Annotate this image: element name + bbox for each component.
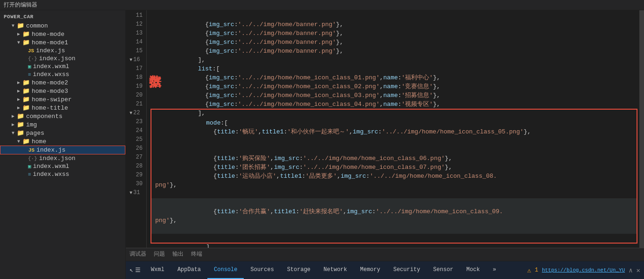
collapse-btn[interactable]: ∧ — [629, 266, 632, 274]
expand-arrow: ▼ — [15, 139, 22, 144]
sidebar-item-mode1-indexwxss[interactable]: ≡ index.wxss — [0, 70, 125, 78]
item-label: home-mode1 — [32, 39, 68, 46]
devtools-btn-security[interactable]: Security — [387, 261, 427, 279]
sidebar-item-home-mode[interactable]: ▶ 📁 home-mode — [0, 30, 125, 38]
devtools-more[interactable]: » — [486, 261, 503, 279]
devtools-bar: ↖ ☰ Wxml AppData Console Sources Storage… — [126, 261, 644, 279]
tab-output[interactable]: 输出 — [172, 248, 184, 261]
item-label: index.js — [36, 146, 65, 153]
expand-arrow: ▼ — [9, 23, 17, 28]
item-label: home-mode — [32, 31, 64, 38]
expand-arrow: ▶ — [15, 80, 22, 85]
json-icon: {·} — [28, 156, 37, 161]
warning-count: 1 — [535, 267, 538, 273]
expand-arrow: ▼ — [15, 40, 22, 45]
sidebar: POWER_CAR ▼ 📁 common ▶ 📁 home-mode ▼ 📁 h… — [0, 10, 126, 279]
tab-terminal[interactable]: 终端 — [191, 248, 202, 261]
folder-icon: 📁 — [17, 129, 24, 137]
devtools-btn-console[interactable]: Console — [207, 261, 244, 279]
sidebar-item-home-indexjson[interactable]: {·} index.json — [0, 154, 125, 162]
sidebar-item-mode1-indexwxml[interactable]: ▣ index.wxml — [0, 63, 125, 70]
expand-arrow: ▼ — [9, 131, 17, 136]
item-label: index.wxml — [33, 63, 69, 70]
mode-block: mode:[ {title:'畅玩',title1:'和小伙伴一起来吧～',im… — [151, 109, 637, 244]
item-label: index.wxss — [33, 171, 69, 178]
sidebar-item-common[interactable]: ▼ 📁 common — [0, 21, 125, 30]
code-line-22: mode:[ — [151, 110, 637, 119]
expand-arrow: ▶ — [9, 113, 17, 119]
sidebar-item-mode1-indexjs[interactable]: JS index.js — [0, 47, 125, 55]
folder-icon: 📁 — [22, 96, 30, 103]
code-line-16: list:[ — [151, 56, 639, 64]
sidebar-section-title: POWER_CAR — [0, 12, 125, 21]
wxml-icon: ▣ — [28, 163, 31, 169]
code-line-29: }, — [151, 244, 639, 248]
item-label: index.js — [36, 47, 65, 54]
inspect-icon[interactable]: ↖ — [130, 266, 133, 274]
tab-problems[interactable]: 问题 — [154, 248, 165, 261]
wxss-icon: ≡ — [28, 72, 31, 77]
device-icon[interactable]: ☰ — [135, 266, 141, 274]
wxml-icon: ▣ — [28, 63, 31, 70]
devtools-btn-storage[interactable]: Storage — [281, 261, 317, 279]
sidebar-item-home-indexwxml[interactable]: ▣ index.wxml — [0, 162, 125, 170]
expand-arrow: ▶ — [15, 105, 22, 111]
item-label: img — [26, 121, 37, 128]
sidebar-item-mode1-indexjson[interactable]: {·} index.json — [0, 55, 125, 63]
sidebar-item-home-indexjs[interactable]: JS index.js — [0, 146, 125, 154]
item-label: index.wxss — [33, 71, 69, 78]
item-label: home-mode3 — [32, 88, 68, 95]
devtools-url[interactable]: https://blog.csdn.net/Un_YU — [542, 267, 625, 273]
sidebar-item-home[interactable]: ▼ 📁 home — [0, 137, 125, 146]
devtools-btn-memory[interactable]: Memory — [354, 261, 387, 279]
folder-icon: 📁 — [22, 87, 30, 95]
sidebar-item-home-title[interactable]: ▶ 📁 home-title — [0, 104, 125, 112]
folder-icon: 📁 — [17, 22, 24, 29]
folder-icon: 📁 — [22, 30, 30, 38]
sidebar-item-home-indexwxss[interactable]: ≡ index.wxss — [0, 170, 125, 178]
json-icon: {·} — [28, 56, 37, 62]
folder-icon: 📁 — [22, 79, 30, 86]
js-icon: JS — [28, 147, 34, 153]
top-bar-title: 打开的编辑器 — [4, 1, 37, 9]
sidebar-item-components[interactable]: ▶ 📁 components — [0, 112, 125, 120]
folder-icon: 📁 — [22, 39, 30, 46]
line-numbers: 11 12 13 14 15 ▼16 17 18 19 20 21 ▼22 23… — [126, 10, 147, 248]
devtools-btn-appdata[interactable]: AppData — [171, 261, 207, 279]
item-label: home-title — [32, 105, 68, 112]
sidebar-item-home-mode1[interactable]: ▼ 📁 home-mode1 — [0, 38, 125, 47]
code-content[interactable]: {img_src:'../../img/home/banner.png'}, {… — [147, 10, 639, 248]
devtools-icons: ↖ ☰ — [126, 266, 144, 274]
sidebar-item-home-mode3[interactable]: ▶ 📁 home-mode3 — [0, 87, 125, 95]
item-label: home-mode2 — [32, 79, 68, 86]
sidebar-item-home-mode2[interactable]: ▶ 📁 home-mode2 — [0, 78, 125, 87]
close-btn[interactable]: ✕ — [637, 266, 640, 274]
sidebar-item-pages[interactable]: ▼ 📁 pages — [0, 129, 125, 137]
code-line-17: {img_src:'../../img/home/home_icon_class… — [151, 64, 639, 73]
tab-debugger[interactable]: 调试器 — [130, 248, 146, 261]
devtools-btn-wxml[interactable]: Wxml — [144, 261, 171, 279]
expand-arrow: ▶ — [15, 31, 22, 37]
devtools-btn-sources[interactable]: Sources — [244, 261, 280, 279]
expand-arrow: ▶ — [15, 88, 22, 94]
main-layout: POWER_CAR ▼ 📁 common ▶ 📁 home-mode ▼ 📁 h… — [0, 10, 644, 279]
code-line-11: {img_src:'../../img/home/banner.png'}, — [151, 11, 639, 20]
sidebar-item-img[interactable]: ▶ 📁 img — [0, 120, 125, 129]
editor-area: 数据 11 12 13 14 15 ▼16 17 18 19 20 21 ▼22… — [126, 10, 644, 279]
devtools-btn-sensor[interactable]: Sensor — [427, 261, 460, 279]
sidebar-item-home-swiper[interactable]: ▶ 📁 home-swiper — [0, 95, 125, 104]
item-label: components — [26, 113, 62, 120]
item-label: home-swiper — [32, 96, 72, 103]
devtools-btn-mock[interactable]: Mock — [460, 261, 486, 279]
code-container: 数据 11 12 13 14 15 ▼16 17 18 19 20 21 ▼22… — [126, 10, 644, 248]
devtools-right: ⚠ 1 https://blog.csdn.net/Un_YU ∧ ✕ — [527, 266, 644, 274]
scrollbar[interactable] — [639, 10, 644, 248]
code-line-27: {title:'合作共赢',title1:'赶快来报名吧',img_src:'.… — [151, 198, 637, 234]
item-label: home — [32, 138, 46, 145]
expand-arrow: ▶ — [9, 122, 17, 127]
devtools-btn-network[interactable]: Network — [317, 261, 353, 279]
data-label: 数据 — [144, 65, 163, 67]
folder-icon: 📁 — [17, 121, 24, 128]
item-label: index.json — [39, 55, 75, 62]
expand-arrow: ▶ — [15, 97, 22, 102]
